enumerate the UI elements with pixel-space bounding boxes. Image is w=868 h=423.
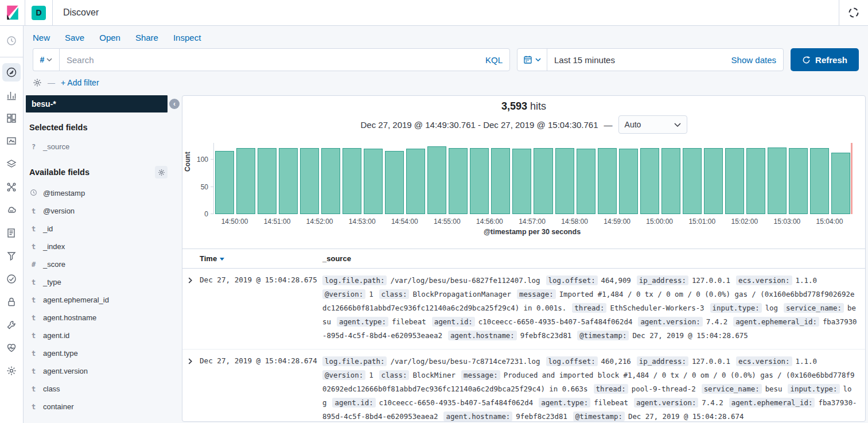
canvas-icon[interactable] xyxy=(2,132,21,150)
recently-viewed-icon[interactable] xyxy=(2,32,21,50)
histogram-bar[interactable] xyxy=(768,148,787,214)
stack-monitoring-icon[interactable] xyxy=(2,339,21,357)
app-badge-cell[interactable]: D xyxy=(25,0,53,25)
histogram-bar[interactable] xyxy=(746,148,765,214)
expand-row-chevron-icon[interactable] xyxy=(182,274,200,343)
nav-rail xyxy=(0,26,24,423)
time-range-value[interactable]: Last 15 minutes xyxy=(547,55,731,65)
histogram-bar[interactable] xyxy=(385,151,404,214)
siem-icon[interactable] xyxy=(2,293,21,311)
menu-item-inspect[interactable]: Inspect xyxy=(173,33,201,42)
range-separator: — xyxy=(604,120,613,130)
histogram-bar[interactable] xyxy=(215,151,234,214)
logs-icon[interactable] xyxy=(2,224,21,242)
x-tick-label: 15:01:00 xyxy=(688,218,715,226)
histogram-bar[interactable] xyxy=(364,149,383,214)
histogram-bar[interactable] xyxy=(342,148,361,214)
add-filter-button[interactable]: + Add filter xyxy=(61,78,99,87)
histogram-bar[interactable] xyxy=(789,148,808,214)
histogram-bar[interactable] xyxy=(491,148,510,214)
field-type-string-icon: t xyxy=(30,314,37,322)
saved-query-menu-button[interactable]: # xyxy=(33,48,59,71)
histogram-chart: Count 050100 14:50:0014:51:0014:52:0014:… xyxy=(184,141,858,239)
date-quick-select-button[interactable] xyxy=(517,49,547,71)
histogram-bar[interactable] xyxy=(321,148,340,214)
help-icon[interactable] xyxy=(847,6,860,19)
histogram-bar[interactable] xyxy=(577,149,595,214)
histogram-bar[interactable] xyxy=(619,149,638,214)
histogram-bar[interactable] xyxy=(258,148,277,214)
histogram-bar[interactable] xyxy=(831,153,850,214)
field-item-agent.version[interactable]: tagent.version xyxy=(26,362,168,380)
histogram-bar[interactable] xyxy=(598,148,617,214)
uptime-icon[interactable] xyxy=(2,270,21,288)
apm-icon[interactable] xyxy=(2,247,21,265)
visualize-icon[interactable] xyxy=(2,86,21,104)
hits-label: hits xyxy=(530,100,546,112)
histogram-bar[interactable] xyxy=(300,148,319,214)
interval-select[interactable]: Auto xyxy=(618,115,687,134)
histogram-bar[interactable] xyxy=(810,148,829,214)
show-dates-button[interactable]: Show dates xyxy=(731,55,783,65)
histogram-bar[interactable] xyxy=(512,149,531,214)
histogram-bar[interactable] xyxy=(534,148,552,214)
date-picker: Last 15 minutes Show dates xyxy=(517,48,784,71)
time-column-header[interactable]: Time xyxy=(200,254,322,263)
kibana-logo[interactable] xyxy=(0,0,25,25)
histogram-bar[interactable] xyxy=(406,149,425,214)
field-item-agent.ephemeral_id[interactable]: tagent.ephemeral_id xyxy=(26,291,168,309)
field-item-class[interactable]: tclass xyxy=(26,380,168,398)
refresh-button[interactable]: Refresh xyxy=(791,48,859,71)
kql-toggle[interactable]: KQL xyxy=(485,55,503,65)
histogram-bar[interactable] xyxy=(640,148,659,214)
field-item-_id[interactable]: t_id xyxy=(26,220,168,238)
field-item-agent.id[interactable]: tagent.id xyxy=(26,327,168,344)
field-item-container[interactable]: tcontainer xyxy=(26,398,168,416)
source-field-name: class: xyxy=(379,370,410,380)
menu-item-save[interactable]: Save xyxy=(65,33,84,42)
field-item-@timestamp[interactable]: @timestamp xyxy=(26,184,168,202)
x-tick-label: 14:57:00 xyxy=(519,218,546,226)
source-field-value: filebeat xyxy=(392,317,426,326)
search-input[interactable] xyxy=(67,55,485,65)
field-item-@version[interactable]: t@version xyxy=(26,202,168,220)
infrastructure-icon[interactable] xyxy=(2,201,21,219)
histogram-bar[interactable] xyxy=(470,148,489,214)
histogram-bar[interactable] xyxy=(555,148,574,214)
expand-row-chevron-icon[interactable] xyxy=(182,355,200,422)
discover-icon[interactable] xyxy=(2,63,21,82)
hits-count: 3,593 xyxy=(501,100,527,112)
source-field-value: c10ceecc-6650-4935-b407-5af484f062d4 xyxy=(379,398,534,407)
management-icon[interactable] xyxy=(2,362,21,380)
field-item-_index[interactable]: t_index xyxy=(26,238,168,255)
histogram-bar[interactable] xyxy=(661,148,680,214)
histogram-bar[interactable] xyxy=(725,148,744,214)
field-item-_type[interactable]: t_type xyxy=(26,273,168,291)
histogram-bar[interactable] xyxy=(449,148,468,214)
histogram-bar[interactable] xyxy=(704,148,723,214)
sort-descending-icon xyxy=(220,258,224,261)
field-item-agent.type[interactable]: tagent.type xyxy=(26,344,168,362)
machine-learning-icon[interactable] xyxy=(2,178,21,196)
menu-item-share[interactable]: Share xyxy=(135,33,158,42)
field-settings-button[interactable] xyxy=(155,166,168,178)
field-item-agent.hostname[interactable]: tagent.hostname xyxy=(26,309,168,327)
menu-item-open[interactable]: Open xyxy=(99,33,120,42)
x-tick-label: 14:53:00 xyxy=(349,218,376,226)
histogram-bar[interactable] xyxy=(683,148,702,214)
maps-icon[interactable] xyxy=(2,155,21,173)
dashboard-icon[interactable] xyxy=(2,109,21,127)
histogram-bar[interactable] xyxy=(279,148,298,214)
field-item-_score[interactable]: #_score xyxy=(26,255,168,273)
histogram-bar[interactable] xyxy=(427,146,446,214)
index-pattern-selector[interactable]: besu-* xyxy=(26,95,168,112)
filter-settings-gear-icon[interactable] xyxy=(33,78,42,87)
field-item-_source[interactable]: ?_source xyxy=(26,138,168,156)
histogram-plot: 050100 xyxy=(213,143,851,214)
y-tick-mark xyxy=(211,159,213,160)
collapse-sidebar-button[interactable]: ‹ xyxy=(169,99,180,109)
menu-item-new[interactable]: New xyxy=(33,33,50,42)
source-column-header[interactable]: _source xyxy=(322,254,865,263)
histogram-bar[interactable] xyxy=(236,148,255,214)
dev-tools-icon[interactable] xyxy=(2,316,21,334)
